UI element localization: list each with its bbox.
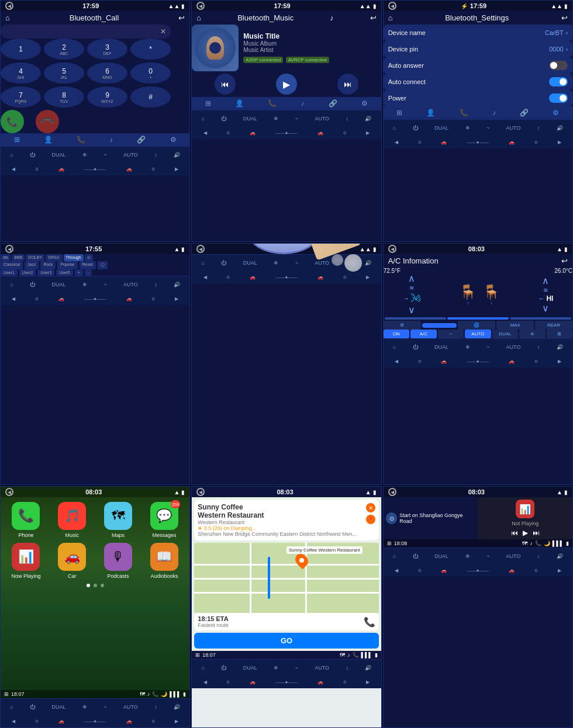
back-p8[interactable]: ◀ <box>203 680 207 685</box>
slider-p4[interactable]: ——●—— <box>84 296 106 301</box>
back-p9[interactable]: ◀ <box>395 568 398 573</box>
tab-music-p2[interactable]: ♪ <box>301 99 305 108</box>
tab-link[interactable]: 🔗 <box>137 136 146 144</box>
right-arrow-up[interactable]: ∧ <box>542 276 549 286</box>
back-button-p8[interactable]: ◀ <box>196 488 205 496</box>
dial-0[interactable]: 0+ <box>130 63 171 84</box>
back-climate[interactable]: ◀ <box>12 167 15 172</box>
power-toggle[interactable] <box>549 93 568 103</box>
go-button[interactable]: GO <box>194 633 378 649</box>
fan-nav-p8[interactable]: ~ <box>295 665 298 671</box>
phone-icon-p9[interactable]: 📞 <box>535 540 541 546</box>
map-icon-p9[interactable]: 🗺 <box>522 540 527 546</box>
temp-nav-p8[interactable]: ↕ <box>346 665 349 671</box>
music-icon[interactable]: 🎵 <box>58 502 86 530</box>
home-nav-p7[interactable]: ⌂ <box>10 704 13 710</box>
grid-icon-p8[interactable]: ⊞ <box>195 652 200 658</box>
user5-btn[interactable]: User5 <box>56 269 73 276</box>
temp-nav[interactable]: ↕ <box>154 152 157 158</box>
fan-nav-p5[interactable]: ~ <box>295 260 298 266</box>
add-user-btn[interactable]: + <box>75 269 83 276</box>
dial-2[interactable]: 2ABC <box>44 39 84 60</box>
tab-menu-p3[interactable]: ⊞ <box>396 109 402 117</box>
slider-p6[interactable]: ——●—— <box>467 359 489 364</box>
left-arrow-up[interactable]: ∧ <box>408 274 415 283</box>
extra-btn[interactable]: ⊙ <box>85 254 93 261</box>
home-nav-p8[interactable]: ⌂ <box>202 665 205 671</box>
power-nav-p8[interactable]: ⏻ <box>221 665 226 671</box>
left-arrow-down[interactable]: ∨ <box>408 306 415 315</box>
right-arrow-down[interactable]: ∨ <box>542 304 549 313</box>
dial-7[interactable]: 7PQRS <box>1 86 41 108</box>
dual-btn-ac[interactable]: DUAL <box>492 330 518 338</box>
dial-3[interactable]: 3DEF <box>87 39 127 60</box>
auto-connect-toggle[interactable] <box>549 77 568 86</box>
fwd-p2[interactable]: ▶ <box>366 130 370 136</box>
home-icon-p3[interactable]: ⌂ <box>388 13 393 22</box>
seat-l-p2[interactable]: 🚗 <box>250 130 256 136</box>
tab-user[interactable]: 👤 <box>44 136 53 144</box>
fwd-p3[interactable]: ▶ <box>558 140 561 145</box>
return-icon-p1[interactable]: ↩ <box>178 13 185 22</box>
vol-nav-p2[interactable]: 🔊 <box>365 116 371 122</box>
tab-settings-p2[interactable]: ⚙ <box>361 99 368 108</box>
snow-nav-p5[interactable]: ❄ <box>274 260 278 266</box>
seat-r-p2[interactable]: 🚗 <box>317 130 323 136</box>
maps-icon[interactable]: 🗺 <box>104 502 132 530</box>
power-nav-p5[interactable]: ⏻ <box>221 260 226 266</box>
ac-btn-mode[interactable]: A/C <box>410 330 436 338</box>
tab-user-p2[interactable]: 👤 <box>235 99 244 108</box>
back-p6[interactable]: ◀ <box>395 359 398 364</box>
vol-nav-p8[interactable]: 🔊 <box>365 665 371 671</box>
call-button[interactable]: 📞 <box>1 110 24 133</box>
seat-l-ac[interactable]: 🚗 <box>441 359 447 364</box>
phone-icon-p8[interactable]: 📞 <box>353 652 359 658</box>
fan-nav-p4[interactable]: ~ <box>103 282 106 287</box>
back-p5[interactable]: ◀ <box>203 275 207 280</box>
clear-icon[interactable]: ✕ <box>160 27 166 36</box>
slider-p7[interactable]: ——●—— <box>84 719 106 724</box>
remove-user-btn[interactable]: - <box>85 269 92 276</box>
snow-nav-p2[interactable]: ❄ <box>274 116 278 122</box>
return-icon-p2[interactable]: ↩ <box>370 13 377 22</box>
tab-link-p3[interactable]: 🔗 <box>520 109 529 117</box>
on-btn[interactable]: ON <box>384 330 409 338</box>
temp-nav-p6[interactable]: ↕ <box>537 344 540 350</box>
auto-answer-toggle[interactable] <box>549 61 568 70</box>
fan-nav-p9[interactable]: ~ <box>486 553 489 559</box>
messages-icon[interactable]: 💬 259 <box>150 502 178 530</box>
seat-r-p5[interactable]: 🚗 <box>317 275 323 280</box>
seat-l-p8[interactable]: 🚗 <box>250 680 256 685</box>
seat-l-p5[interactable]: 🚗 <box>250 275 256 280</box>
dot-2[interactable] <box>94 584 97 587</box>
jazz-btn[interactable]: Jazz <box>25 261 39 269</box>
vol-nav-p7[interactable]: 🔊 <box>174 704 180 710</box>
tab-music-p3[interactable]: ♪ <box>492 109 496 117</box>
np-next-btn[interactable]: ⏭ <box>533 529 540 537</box>
power-nav[interactable]: ⏻ <box>30 152 35 158</box>
tab-phone[interactable]: 📞 <box>77 136 85 144</box>
through-btn[interactable]: Through <box>64 254 84 261</box>
seat-l-p3[interactable]: 🚗 <box>441 140 447 145</box>
back-p3[interactable]: ◀ <box>395 140 398 145</box>
app-podcasts[interactable]: 🎙 Podcasts <box>98 543 139 579</box>
down-arrow-r[interactable]: ↓ <box>490 300 492 306</box>
dts-btn[interactable]: dts <box>1 254 11 261</box>
back-button-p9[interactable]: ◀ <box>388 488 396 496</box>
home-nav-p4[interactable]: ⌂ <box>10 282 13 287</box>
music-icon-p8[interactable]: ♪ <box>347 652 350 658</box>
seat-r-ac[interactable]: 🚗 <box>509 359 515 364</box>
dot-1[interactable] <box>87 584 90 587</box>
dial-4[interactable]: 4GHI <box>1 63 41 84</box>
fwd-p9[interactable]: ▶ <box>558 568 561 573</box>
power-nav-p2[interactable]: ⏻ <box>221 116 226 122</box>
fwd-p4[interactable]: ▶ <box>175 296 178 301</box>
prev-button[interactable]: ⏮ <box>215 74 236 95</box>
app-music[interactable]: 🎵 Music <box>51 502 93 538</box>
power-nav-p6[interactable]: ⏻ <box>413 344 418 350</box>
fwd-p7[interactable]: ▶ <box>175 719 178 724</box>
back-button-p6[interactable]: ◀ <box>388 245 396 253</box>
seat-r-p7[interactable]: 🚗 <box>126 719 132 724</box>
snow-nav-p9[interactable]: ❄ <box>465 553 470 559</box>
tab-settings[interactable]: ⚙ <box>170 136 177 144</box>
